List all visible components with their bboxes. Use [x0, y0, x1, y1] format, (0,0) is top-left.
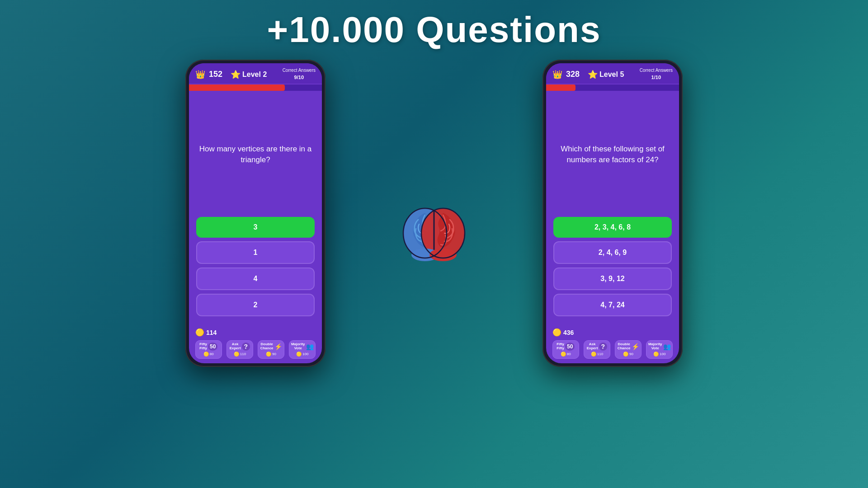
phone-2-progress-bar	[546, 84, 679, 91]
phone-1: 👑 152 ⭐ Level 2 Correct Answers 9/10 How…	[185, 60, 326, 367]
phone-1-double-chance[interactable]: DoubleChance ⚡ 🟡 90	[258, 340, 284, 359]
phone-2-correct-value: 1/10	[651, 75, 661, 80]
phone-1-correct-label: Correct Answers	[283, 68, 316, 73]
phone-2-answer-4[interactable]: 4, 7, 24	[553, 294, 672, 316]
phone-1-answers: 3 1 4 2	[196, 217, 315, 316]
svg-point-4	[429, 249, 457, 261]
phone-1-ask-expert[interactable]: AskExpert ? 🟡 110	[226, 340, 253, 359]
phone-2-question: Which of these following set of numbers …	[553, 101, 672, 208]
level-crown-icon-2: ⭐	[588, 70, 598, 80]
phone-1-answer-2[interactable]: 1	[196, 241, 315, 264]
phone-1-question-area: How many vertices are there in a triangl…	[189, 92, 322, 325]
phone-2: 👑 328 ⭐ Level 5 Correct Answers 1/10 Whi…	[542, 60, 683, 367]
phone-2-score: 328	[566, 70, 580, 79]
phone-2-answers: 2, 3, 4, 6, 8 2, 4, 6, 9 3, 9, 12 4, 7, …	[553, 217, 672, 316]
phone-2-answer-3[interactable]: 3, 9, 12	[553, 267, 672, 290]
phone-2-correct-label: Correct Answers	[640, 68, 673, 73]
phone-2-double-chance[interactable]: DoubleChance ⚡ 🟡 90	[615, 340, 642, 359]
phone-1-level-badge: ⭐ Level 2	[231, 70, 267, 80]
level-crown-icon-1: ⭐	[231, 70, 241, 80]
phone-2-screen: 👑 328 ⭐ Level 5 Correct Answers 1/10 Whi…	[546, 63, 679, 363]
phone-2-lifelines: FiftyFifty 50 🟡 80 AskExpert ?	[552, 340, 673, 359]
phone-1-correct-answers: Correct Answers 9/10	[283, 68, 316, 81]
phone-2-fifty-fifty[interactable]: FiftyFifty 50 🟡 80	[552, 340, 579, 359]
phone-1-score: 152	[209, 70, 222, 79]
phone-1-fifty-fifty[interactable]: FiftyFifty 50 🟡 80	[195, 340, 222, 359]
coin-icon-1: 🟡	[195, 328, 204, 337]
phone-1-answer-1[interactable]: 3	[196, 217, 315, 238]
phone-2-ask-expert[interactable]: AskExpert ? 🟡 110	[584, 340, 610, 359]
phone-1-coins-row: 🟡 114	[195, 328, 316, 337]
phone-1-progress-bar	[189, 84, 322, 91]
phone-2-answer-1[interactable]: 2, 3, 4, 6, 8	[553, 217, 672, 238]
phone-2-majority-vote[interactable]: MajorityVote 👥 🟡 100	[646, 340, 673, 359]
phone-2-status-bar: 👑 328 ⭐ Level 5 Correct Answers 1/10	[546, 63, 679, 84]
phone-2-question-area: Which of these following set of numbers …	[546, 92, 679, 325]
phone-1-correct-value: 9/10	[294, 75, 304, 80]
phone-1-coins: 114	[206, 329, 217, 336]
phone-1-progress-fill	[189, 84, 285, 91]
phone-1-lifelines: FiftyFifty 50 🟡 80 AskExpert ?	[195, 340, 316, 359]
crown-icon-2: 👑	[552, 70, 562, 80]
phone-2-coins: 436	[563, 329, 574, 336]
phone-2-answer-2[interactable]: 2, 4, 6, 9	[553, 241, 672, 264]
phone-1-level: Level 2	[242, 70, 267, 79]
phone-2-bottom: 🟡 436 FiftyFifty 50 🟡 80	[546, 325, 679, 363]
phone-1-answer-4[interactable]: 2	[196, 294, 315, 316]
coin-icon-2: 🟡	[552, 328, 561, 337]
crown-icon-1: 👑	[195, 70, 205, 80]
phone-1-majority-vote[interactable]: MajorityVote 👥 🟡 100	[289, 340, 316, 359]
phone-2-level-badge: ⭐ Level 5	[588, 70, 624, 80]
phone-1-bottom: 🟡 114 FiftyFifty 50 🟡 80	[189, 325, 322, 363]
phone-2-coins-row: 🟡 436	[552, 328, 673, 337]
brain-logo	[400, 202, 468, 267]
phone-2-progress-fill	[546, 84, 576, 91]
phone-1-status-bar: 👑 152 ⭐ Level 2 Correct Answers 9/10	[189, 63, 322, 84]
phone-2-correct-answers: Correct Answers 1/10	[640, 68, 673, 81]
phone-2-level: Level 5	[599, 70, 624, 79]
phone-1-answer-3[interactable]: 4	[196, 267, 315, 290]
phone-1-screen: 👑 152 ⭐ Level 2 Correct Answers 9/10 How…	[189, 63, 322, 363]
page-title: +10.000 Questions	[0, 0, 868, 51]
phone-1-question: How many vertices are there in a triangl…	[196, 101, 315, 208]
